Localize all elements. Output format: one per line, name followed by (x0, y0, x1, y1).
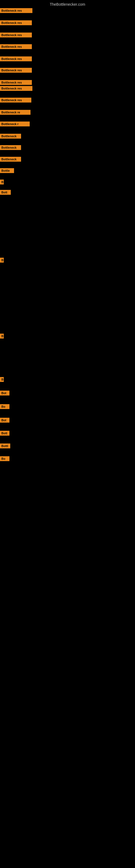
bottleneck-badge-15: Bottle (0, 168, 14, 173)
bottleneck-badge-13: Bottleneck (0, 145, 21, 150)
site-title: TheBottlenecker.com (0, 2, 135, 6)
bottleneck-badge-11: Bottleneck r (0, 122, 30, 126)
bottleneck-badge-26: Bo (0, 456, 9, 461)
bottleneck-badge-3: Bottleneck res (0, 33, 32, 37)
bottleneck-badge-16: B (0, 180, 4, 184)
bottleneck-badge-6: Bottleneck res (0, 68, 32, 73)
bottleneck-badge-20: B (0, 377, 4, 382)
bottleneck-badge-17: Bott (0, 190, 11, 195)
bottleneck-badge-5: Bottleneck res (0, 56, 32, 61)
bottleneck-badge-19: B (0, 334, 4, 339)
bottleneck-badge-25: Bottl (0, 443, 10, 448)
bottleneck-badge-9: Bottleneck res (0, 98, 31, 102)
bottleneck-badge-21: Bot (0, 391, 9, 396)
bottleneck-badge-10: Bottleneck re (0, 110, 31, 115)
bottleneck-badge-2: Bottleneck res (0, 20, 32, 25)
bottleneck-badge-12: Bottleneck (0, 134, 21, 138)
bottleneck-badge-14: Bottleneck (0, 157, 21, 162)
bottleneck-badge-23: Bot (0, 418, 9, 423)
bottleneck-badge-4: Bottleneck res (0, 44, 32, 49)
bottleneck-badge-7: Bottleneck res (0, 80, 32, 85)
bottleneck-badge-22: Bo (0, 404, 9, 409)
bottleneck-badge-24: Bott (0, 431, 9, 436)
bottleneck-badge-1: Bottleneck res (0, 8, 32, 13)
bottleneck-badge-18: B (0, 258, 4, 262)
bottleneck-badge-8: Bottleneck res (0, 86, 32, 91)
